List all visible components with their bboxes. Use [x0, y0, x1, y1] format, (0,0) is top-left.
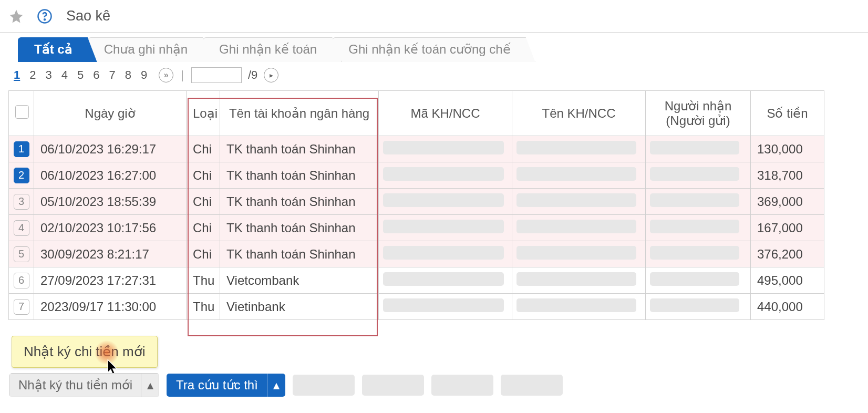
cell-name[interactable]: [512, 189, 646, 215]
page-2[interactable]: 2: [26, 68, 39, 82]
cell-type: Thu: [187, 294, 220, 320]
row-number[interactable]: 2: [9, 162, 34, 189]
table-row[interactable]: 627/09/2023 17:27:31ThuVietcombank495,00…: [9, 267, 824, 294]
cell-name[interactable]: [512, 241, 646, 267]
cell-date: 06/10/2023 16:27:00: [34, 162, 187, 189]
footer-button-redacted-1[interactable]: [293, 375, 355, 396]
col-code[interactable]: Mã KH/NCC: [379, 91, 512, 136]
cell-name[interactable]: [512, 267, 646, 294]
table-row[interactable]: 402/10/2023 10:17:56ChiTK thanh toán Shi…: [9, 215, 824, 241]
page-8[interactable]: 8: [122, 68, 135, 82]
col-name[interactable]: Tên KH/NCC: [512, 91, 646, 136]
page-6[interactable]: 6: [90, 68, 102, 82]
tab-unrecorded[interactable]: Chưa ghi nhận: [88, 37, 212, 62]
instant-lookup-label[interactable]: Tra cứu tức thì: [167, 374, 267, 397]
table-row[interactable]: 530/09/2023 8:21:17ChiTK thanh toán Shin…: [9, 241, 824, 267]
page-go-icon[interactable]: ▸: [264, 68, 278, 82]
cell-date: 05/10/2023 18:55:39: [34, 189, 187, 215]
col-type[interactable]: Loại: [187, 91, 220, 136]
row-number[interactable]: 7: [9, 294, 34, 320]
cell-code[interactable]: [379, 136, 512, 162]
star-icon[interactable]: [8, 8, 24, 24]
page-total-value: 9: [251, 68, 257, 81]
cell-code[interactable]: [379, 267, 512, 294]
table-row[interactable]: 106/10/2023 16:29:17ChiTK thanh toán Shi…: [9, 136, 824, 162]
cell-bank: TK thanh toán Shinhan: [220, 241, 379, 267]
table-row[interactable]: 206/10/2023 16:27:00ChiTK thanh toán Shi…: [9, 162, 824, 189]
redacted: [650, 220, 739, 233]
tab-all[interactable]: Tất cả: [18, 37, 97, 62]
footer-button-redacted-3[interactable]: [431, 375, 493, 396]
redacted: [516, 298, 636, 312]
cell-date: 02/10/2023 10:17:56: [34, 215, 187, 241]
page-more-icon[interactable]: »: [159, 68, 173, 82]
cell-name[interactable]: [512, 162, 646, 189]
cell-amount: 440,000: [751, 294, 824, 320]
tab-recorded[interactable]: Ghi nhận kế toán: [203, 37, 342, 62]
cell-amount: 376,200: [751, 241, 824, 267]
cell-date: 2023/09/17 11:30:00: [34, 294, 187, 320]
cell-date: 30/09/2023 8:21:17: [34, 241, 187, 267]
caret-up-icon[interactable]: ▴: [267, 374, 285, 397]
row-number[interactable]: 3: [9, 189, 34, 215]
cell-name[interactable]: [512, 215, 646, 241]
new-receipt-log-button[interactable]: Nhật ký thu tiền mới ▴: [9, 373, 159, 397]
cell-name[interactable]: [512, 136, 646, 162]
separator: |: [181, 68, 184, 82]
redacted: [383, 246, 504, 260]
cell-amount: 318,700: [751, 162, 824, 189]
redacted: [516, 220, 636, 233]
table-row[interactable]: 72023/09/17 11:30:00ThuVietinbank440,000: [9, 294, 824, 320]
cell-recv[interactable]: [646, 241, 751, 267]
popup-menu-item[interactable]: Nhật ký chi tiền mới: [12, 336, 158, 368]
redacted: [650, 167, 739, 181]
col-recv[interactable]: Người nhận (Người gửi): [646, 91, 751, 136]
cell-code[interactable]: [379, 189, 512, 215]
col-check[interactable]: [9, 91, 34, 136]
page-9[interactable]: 9: [138, 68, 150, 82]
table-row[interactable]: 305/10/2023 18:55:39ChiTK thanh toán Shi…: [9, 189, 824, 215]
footer-button-redacted-2[interactable]: [362, 375, 424, 396]
cell-code[interactable]: [379, 215, 512, 241]
tabs: Tất cả Chưa ghi nhận Ghi nhận kế toán Gh…: [0, 33, 868, 62]
cell-code[interactable]: [379, 241, 512, 267]
page-title: Sao kê: [66, 8, 110, 24]
cell-amount: 495,000: [751, 267, 824, 294]
page-1[interactable]: 1: [11, 68, 23, 82]
redacted: [383, 141, 504, 154]
footer-button-redacted-4[interactable]: [501, 375, 563, 396]
row-number[interactable]: 6: [9, 267, 34, 294]
cell-recv[interactable]: [646, 267, 751, 294]
cell-type: Chi: [187, 215, 220, 241]
page-7[interactable]: 7: [106, 68, 119, 82]
cell-recv[interactable]: [646, 136, 751, 162]
row-number[interactable]: 1: [9, 136, 34, 162]
cell-code[interactable]: [379, 162, 512, 189]
redacted: [383, 272, 504, 286]
new-receipt-log-label[interactable]: Nhật ký thu tiền mới: [9, 373, 141, 397]
row-number[interactable]: 5: [9, 241, 34, 267]
cell-recv[interactable]: [646, 189, 751, 215]
tab-forced[interactable]: Ghi nhận kế toán cưỡng chế: [332, 37, 535, 62]
col-amt[interactable]: Số tiền: [751, 91, 824, 136]
page-3[interactable]: 3: [43, 68, 55, 82]
col-date[interactable]: Ngày giờ: [34, 91, 187, 136]
cell-recv[interactable]: [646, 162, 751, 189]
cell-code[interactable]: [379, 294, 512, 320]
page-5[interactable]: 5: [74, 68, 87, 82]
cell-name[interactable]: [512, 294, 646, 320]
cell-amount: 369,000: [751, 189, 824, 215]
cell-bank: TK thanh toán Shinhan: [220, 136, 379, 162]
page-4[interactable]: 4: [58, 68, 71, 82]
instant-lookup-button[interactable]: Tra cứu tức thì ▴: [167, 374, 285, 397]
cell-recv[interactable]: [646, 294, 751, 320]
help-icon[interactable]: [37, 8, 53, 24]
row-number[interactable]: 4: [9, 215, 34, 241]
page-input[interactable]: [191, 67, 242, 83]
col-bank[interactable]: Tên tài khoản ngân hàng: [220, 91, 379, 136]
select-all-checkbox[interactable]: [15, 105, 29, 119]
cell-bank: TK thanh toán Shinhan: [220, 189, 379, 215]
redacted: [383, 220, 504, 233]
cell-recv[interactable]: [646, 215, 751, 241]
caret-up-icon[interactable]: ▴: [141, 373, 159, 397]
